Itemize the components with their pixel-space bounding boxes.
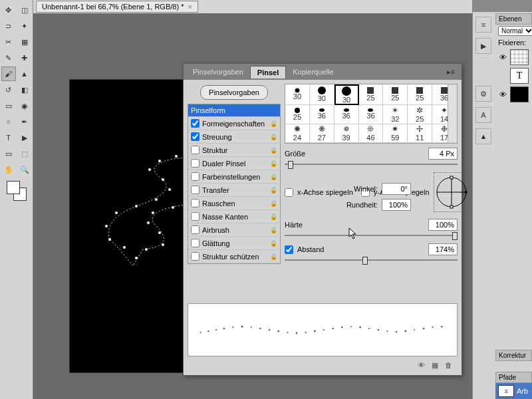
lock-icon[interactable]: 🔒 xyxy=(270,147,277,154)
brush-tool[interactable]: 🖌 xyxy=(1,66,16,81)
close-icon[interactable]: × xyxy=(188,3,192,11)
angle-control[interactable] xyxy=(434,172,469,212)
opt-noise[interactable]: Rauschen🔒 xyxy=(188,197,280,210)
paths-panel-title[interactable]: Pfade xyxy=(495,372,532,383)
layer-thumb[interactable]: T xyxy=(510,68,529,84)
hardness-value[interactable]: 100% xyxy=(428,219,458,231)
hardness-slider[interactable] xyxy=(285,231,458,239)
lock-icon[interactable]: 🔒 xyxy=(270,240,277,247)
wand-tool[interactable]: ✦ xyxy=(17,19,32,33)
layers-panel-title[interactable]: Ebenen xyxy=(495,13,532,25)
path-select-tool[interactable]: ▶ xyxy=(17,130,32,145)
svg-point-17 xyxy=(152,211,154,214)
new-brush-icon[interactable]: ▦ xyxy=(432,361,438,370)
chk-shape-dynamics[interactable] xyxy=(191,119,200,128)
tab-clone-source[interactable]: Kopierquelle xyxy=(286,66,340,78)
trash-icon[interactable]: 🗑 xyxy=(445,361,452,369)
opt-wet-edges[interactable]: Nasse Kanten🔒 xyxy=(188,210,280,223)
panel-menu-icon[interactable]: ▸≡ xyxy=(443,68,459,76)
dock-icon-4[interactable]: A xyxy=(475,107,491,123)
chk-spacing[interactable] xyxy=(285,245,293,254)
opt-shape-dynamics[interactable]: Formeigenschaften🔒 xyxy=(188,117,280,130)
history-brush-tool[interactable]: ↺ xyxy=(1,82,16,97)
chk-color-dynamics[interactable] xyxy=(191,172,200,181)
lock-icon[interactable]: 🔒 xyxy=(270,134,277,140)
lock-icon[interactable]: 🔒 xyxy=(270,160,277,167)
opt-smoothing[interactable]: Glättung🔒 xyxy=(188,237,280,250)
opt-airbrush[interactable]: Airbrush🔒 xyxy=(188,223,280,237)
marquee-tool[interactable]: ◫ xyxy=(17,3,32,17)
visibility-icon[interactable]: 👁 xyxy=(498,90,507,98)
layer-row-2[interactable]: T xyxy=(495,66,532,85)
slice-tool[interactable]: ▦ xyxy=(17,35,32,49)
opt-texture[interactable]: Struktur🔒 xyxy=(188,144,280,157)
chk-transfer[interactable] xyxy=(191,186,200,194)
lock-icon[interactable]: 🔒 xyxy=(270,227,277,233)
chk-scattering[interactable] xyxy=(191,132,200,141)
toggle-preview-icon[interactable]: 👁 xyxy=(418,361,425,369)
document-tab[interactable]: Unbenannt-1 bei 66,7% (Ebene 1, RGB/8) *… xyxy=(36,1,198,13)
adjustments-panel-title[interactable]: Korrektur xyxy=(495,350,532,361)
size-value[interactable]: 4 Px xyxy=(428,148,458,160)
opt-dual-brush[interactable]: Dualer Pinsel🔒 xyxy=(188,157,280,170)
dodge-tool[interactable]: ○ xyxy=(1,114,16,129)
chk-texture[interactable] xyxy=(191,146,200,154)
path-row[interactable]: S Arb xyxy=(495,383,532,399)
visibility-icon[interactable]: 👁 xyxy=(498,53,507,61)
chk-protect-texture[interactable] xyxy=(191,252,200,261)
tab-brush[interactable]: Pinsel xyxy=(250,66,286,78)
healing-tool[interactable]: ✚ xyxy=(17,51,32,65)
dock-icon-5[interactable]: ▲ xyxy=(475,128,491,144)
chk-noise[interactable] xyxy=(191,199,200,207)
lasso-tool[interactable]: ⊃ xyxy=(1,19,16,33)
layer-thumb[interactable] xyxy=(510,49,529,65)
eraser-tool[interactable]: ◧ xyxy=(17,82,32,97)
opt-transfer[interactable]: Transfer🔒 xyxy=(188,184,280,197)
lock-icon[interactable]: 🔒 xyxy=(270,174,277,180)
spacing-value[interactable]: 174% xyxy=(428,243,458,255)
shape-tool[interactable]: ▭ xyxy=(1,146,16,161)
brush-tip-grid[interactable]: 30 30 30 25 25 25 36 25 36 36 36 ✶32 ✲25… xyxy=(285,84,458,144)
hand-tool[interactable]: ✋ xyxy=(1,162,16,177)
eyedropper-tool[interactable]: ✎ xyxy=(1,51,16,65)
pen-tool[interactable]: ✒ xyxy=(17,114,32,129)
type-tool[interactable]: T xyxy=(1,130,16,145)
opt-brush-tip-shape[interactable]: Pinselform xyxy=(188,104,280,117)
layer-row-1[interactable]: 👁 xyxy=(495,48,532,66)
roundness-value[interactable]: 100% xyxy=(382,199,411,211)
layer-thumb[interactable] xyxy=(510,86,529,102)
spacing-slider[interactable] xyxy=(285,255,458,264)
foreground-color-swatch[interactable] xyxy=(7,181,20,194)
svg-point-45 xyxy=(332,328,333,329)
lock-icon[interactable]: 🔒 xyxy=(270,120,277,127)
tab-brush-presets[interactable]: Pinselvorgaben xyxy=(186,66,250,78)
dock-icon-1[interactable]: ≡ xyxy=(475,17,491,33)
3d-tool[interactable]: ⬚ xyxy=(17,146,32,161)
crop-tool[interactable]: ✂ xyxy=(1,35,16,49)
zoom-tool[interactable]: 🔍 xyxy=(17,162,32,177)
chk-dual-brush[interactable] xyxy=(191,159,200,168)
lock-icon[interactable]: 🔒 xyxy=(270,200,277,207)
lock-icon[interactable]: 🔒 xyxy=(270,187,277,194)
stamp-tool[interactable]: ▲ xyxy=(17,66,32,81)
angle-value[interactable]: 0° xyxy=(382,183,411,195)
opt-protect-texture[interactable]: Struktur schützen🔒 xyxy=(188,250,280,263)
chk-wet-edges[interactable] xyxy=(191,212,200,221)
size-slider[interactable] xyxy=(285,160,458,168)
color-swatches[interactable] xyxy=(7,181,27,201)
chk-smoothing[interactable] xyxy=(191,239,200,247)
blend-mode-select[interactable]: Normal xyxy=(498,26,532,36)
move-tool[interactable]: ✥ xyxy=(1,3,16,17)
gradient-tool[interactable]: ▭ xyxy=(1,98,16,113)
lock-icon[interactable]: 🔒 xyxy=(270,213,277,220)
lock-icon[interactable]: 🔒 xyxy=(270,253,277,260)
opt-scattering[interactable]: Streuung🔒 xyxy=(188,130,280,144)
brush-presets-button[interactable]: Pinselvorgaben xyxy=(200,85,268,100)
blur-tool[interactable]: ◉ xyxy=(17,98,32,113)
dock-icon-2[interactable]: ▶ xyxy=(475,38,491,54)
dock-icon-3[interactable]: ⚙ xyxy=(475,86,491,102)
opt-color-dynamics[interactable]: Farbeinstellungen🔒 xyxy=(188,170,280,184)
chk-airbrush[interactable] xyxy=(191,225,200,234)
layer-row-3[interactable]: 👁 xyxy=(495,85,532,104)
tip-grid-scrollbar[interactable] xyxy=(448,84,457,143)
